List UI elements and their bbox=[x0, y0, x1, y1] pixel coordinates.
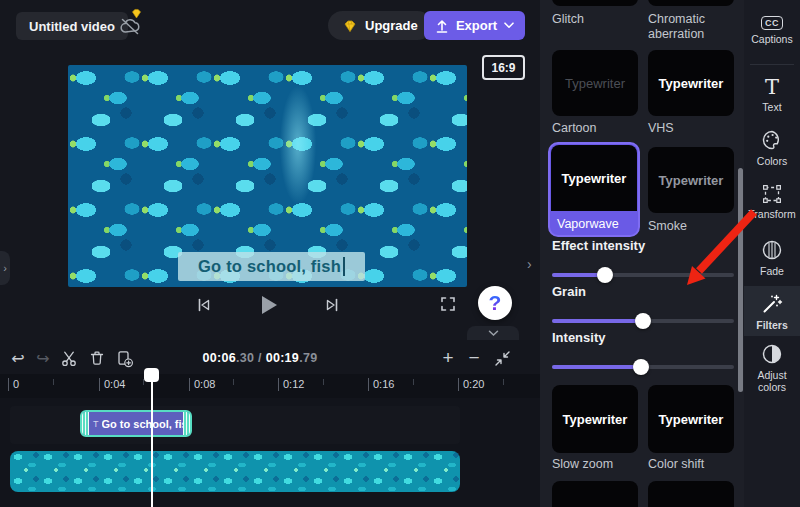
export-button[interactable]: Export bbox=[424, 11, 525, 40]
sidebar-item-fade[interactable]: Fade bbox=[744, 238, 800, 277]
fullscreen-button[interactable] bbox=[440, 296, 456, 312]
intensity-control: Intensity bbox=[552, 330, 734, 369]
slider-label: Intensity bbox=[552, 330, 734, 345]
ruler-tick bbox=[458, 378, 459, 391]
duplicate-button[interactable] bbox=[112, 346, 136, 370]
effect-tile-smoke[interactable]: Typewriter bbox=[648, 147, 734, 213]
sidebar-item-captions[interactable]: CC Captions bbox=[744, 16, 800, 45]
split-button[interactable] bbox=[57, 346, 81, 370]
collapse-properties-tab[interactable] bbox=[467, 326, 519, 341]
caption-text: Go to school, fish bbox=[198, 257, 341, 276]
effect-tile-cartoon[interactable]: Typewriter bbox=[552, 50, 638, 116]
sidebar-item-filters[interactable]: Filters bbox=[744, 292, 800, 331]
effect-tile-slow-zoom[interactable]: Typewriter bbox=[552, 385, 638, 453]
slider-thumb[interactable] bbox=[597, 267, 613, 283]
effect-preview-text: Typewriter bbox=[563, 412, 628, 427]
video-clip[interactable] bbox=[10, 451, 460, 492]
clip-trim-handle-right[interactable] bbox=[183, 412, 190, 435]
slider-label: Effect intensity bbox=[552, 238, 734, 253]
effect-preview-text: Typewriter bbox=[562, 171, 627, 186]
project-title[interactable]: Untitled video bbox=[16, 12, 128, 40]
play-icon bbox=[262, 296, 277, 314]
ruler-tick bbox=[189, 378, 190, 391]
effect-tile-glitch[interactable] bbox=[552, 0, 638, 6]
ruler-label: 0:08 bbox=[194, 378, 215, 390]
chevron-right-icon: › bbox=[3, 262, 7, 274]
playhead-line bbox=[151, 380, 153, 507]
skip-to-end-button[interactable] bbox=[324, 297, 341, 313]
timeline-ruler[interactable]: 0 0:04 0:08 0:12 0:16 0:20 bbox=[0, 374, 540, 398]
redo-button[interactable]: ↪ bbox=[31, 346, 55, 370]
skip-to-start-button[interactable] bbox=[195, 297, 212, 313]
plus-icon: + bbox=[442, 347, 453, 369]
effect-tile[interactable] bbox=[552, 481, 638, 507]
video-preview[interactable]: Go to school, fish bbox=[68, 65, 467, 287]
ruler-tick bbox=[368, 378, 369, 391]
slider-thumb[interactable] bbox=[635, 313, 651, 329]
playhead-handle[interactable] bbox=[144, 368, 159, 382]
sidebar-item-colors[interactable]: Colors bbox=[744, 128, 800, 167]
aspect-ratio-badge[interactable]: 16:9 bbox=[482, 55, 525, 80]
effect-label: Vaporwave bbox=[550, 212, 638, 235]
slider-thumb[interactable] bbox=[633, 359, 649, 375]
slider-label: Grain bbox=[552, 284, 734, 299]
adjust-colors-icon bbox=[760, 342, 784, 366]
tools-sidebar: CC Captions T Text Colors Transform bbox=[744, 0, 800, 507]
effect-tile[interactable] bbox=[648, 481, 734, 507]
gem-icon bbox=[342, 18, 358, 34]
upgrade-button[interactable]: Upgrade bbox=[328, 11, 432, 40]
ruler-tick bbox=[99, 378, 100, 391]
sidebar-item-label: Filters bbox=[756, 319, 788, 331]
timeline-zoom-out-button[interactable]: − bbox=[462, 346, 486, 370]
timeline-zoom-in-button[interactable]: + bbox=[436, 346, 460, 370]
scissors-icon bbox=[60, 350, 78, 367]
ruler-tick bbox=[8, 378, 9, 391]
timeline-fit-button[interactable] bbox=[490, 346, 514, 370]
sidebar-item-label: Adjust colors bbox=[750, 369, 794, 393]
effect-intensity-slider[interactable] bbox=[552, 273, 734, 277]
play-button[interactable] bbox=[262, 296, 277, 314]
fade-icon bbox=[760, 238, 784, 262]
effect-preview-text: Typewriter bbox=[659, 412, 724, 427]
collapse-main-panel-button[interactable]: › bbox=[527, 256, 532, 272]
effects-panel-scrollbar[interactable] bbox=[738, 168, 743, 392]
effect-preview-text: Typewriter bbox=[659, 173, 724, 188]
undo-button[interactable]: ↩ bbox=[6, 346, 30, 370]
effect-label: Slow zoom bbox=[552, 457, 644, 472]
effect-tile-vaporwave-selected[interactable]: Typewriter Vaporwave bbox=[548, 142, 640, 237]
help-icon: ? bbox=[489, 291, 502, 315]
text-track-lane bbox=[10, 406, 460, 444]
effect-preview-text: Typewriter bbox=[565, 76, 625, 91]
chevron-down-icon bbox=[504, 22, 514, 29]
effect-intensity-control: Effect intensity bbox=[552, 238, 734, 277]
clip-trim-handle-left[interactable] bbox=[82, 412, 89, 435]
palette-icon bbox=[760, 128, 784, 152]
captions-icon: CC bbox=[761, 16, 783, 30]
sidebar-item-adjust-colors[interactable]: Adjust colors bbox=[744, 342, 800, 393]
expand-left-panel-button[interactable]: › bbox=[0, 251, 10, 285]
ruler-label: 0:04 bbox=[104, 378, 125, 390]
skip-start-icon bbox=[195, 297, 212, 313]
text-clip-type-icon: T bbox=[93, 419, 99, 429]
premium-gem-badge-icon bbox=[130, 7, 143, 20]
text-icon: T bbox=[765, 76, 779, 98]
help-button[interactable]: ? bbox=[478, 286, 512, 320]
delete-button[interactable] bbox=[85, 346, 109, 370]
text-clip[interactable]: T Go to school, fish bbox=[80, 410, 192, 437]
effect-tile-chromatic-aberration[interactable] bbox=[648, 0, 734, 6]
effect-label: Cartoon bbox=[552, 121, 644, 136]
effect-tile-color-shift[interactable]: Typewriter bbox=[648, 385, 734, 453]
sidebar-item-transform[interactable]: Transform bbox=[744, 183, 800, 220]
grain-slider[interactable] bbox=[552, 319, 734, 323]
transform-icon bbox=[761, 183, 783, 205]
current-time: 00:06 bbox=[203, 351, 236, 365]
intensity-slider[interactable] bbox=[552, 365, 734, 369]
export-upload-icon bbox=[435, 18, 449, 33]
effect-tile-vhs[interactable]: Typewriter bbox=[648, 50, 734, 116]
magic-wand-icon bbox=[760, 292, 784, 316]
caption-text-overlay[interactable]: Go to school, fish bbox=[178, 252, 365, 281]
effect-label: Smoke bbox=[648, 219, 740, 234]
effect-label: Color shift bbox=[648, 457, 740, 472]
sidebar-item-text[interactable]: T Text bbox=[744, 76, 800, 113]
effect-label: Glitch bbox=[552, 12, 644, 27]
